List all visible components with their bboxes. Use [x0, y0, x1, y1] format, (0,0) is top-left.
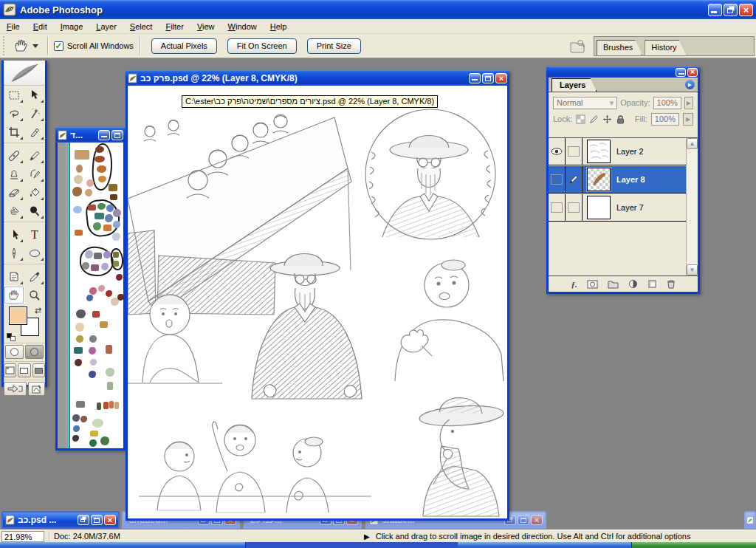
menu-layer[interactable]: Layer: [89, 21, 123, 32]
scroll-up-button[interactable]: ▲: [687, 138, 698, 149]
lock-transparency-icon[interactable]: [576, 114, 585, 124]
imageready-icon-button[interactable]: [28, 382, 45, 396]
swatch-doc-minimize-button[interactable]: [98, 130, 110, 140]
layer-thumbnail[interactable]: [587, 168, 611, 191]
close-button[interactable]: ×: [531, 515, 543, 525]
path-selection-tool[interactable]: [4, 225, 24, 244]
jump-to-imageready-button[interactable]: [4, 382, 27, 396]
paint-bucket-tool[interactable]: [24, 183, 45, 202]
lock-all-icon[interactable]: [616, 114, 625, 124]
opacity-field[interactable]: 100%: [653, 97, 681, 109]
status-menu-arrow-icon[interactable]: ▶: [364, 532, 370, 541]
layer-thumbnail[interactable]: [587, 196, 611, 219]
layers-minimize-button[interactable]: [676, 68, 686, 77]
healing-brush-tool[interactable]: [4, 146, 24, 165]
windows-taskbar-sliver[interactable]: [0, 542, 756, 548]
fill-arrow[interactable]: ▶: [683, 113, 693, 126]
taskbar-segment[interactable]: [458, 542, 632, 548]
menu-select[interactable]: Select: [123, 21, 159, 32]
lock-pixels-icon[interactable]: [589, 114, 599, 124]
file-browser-button[interactable]: [568, 38, 588, 55]
layers-close-button[interactable]: ×: [687, 68, 698, 77]
taskbar-doc-partial[interactable]: [744, 511, 756, 529]
adjustment-layer-button[interactable]: [628, 279, 638, 289]
scroll-all-windows-checkbox[interactable]: ✓ Scroll All Windows: [54, 41, 134, 51]
menu-help[interactable]: Help: [264, 21, 294, 32]
menu-file[interactable]: File: [0, 21, 27, 32]
app-minimize-button[interactable]: [708, 4, 722, 16]
delete-layer-button[interactable]: [667, 279, 676, 289]
slice-tool[interactable]: [24, 123, 45, 141]
palette-menu-button[interactable]: ▶: [685, 80, 695, 89]
move-tool[interactable]: [24, 86, 45, 104]
layers-scrollbar[interactable]: ▲ ▼: [686, 138, 698, 275]
fullscreen-button[interactable]: [32, 363, 45, 377]
dodge-tool[interactable]: [24, 202, 45, 220]
link-toggle[interactable]: [566, 138, 583, 165]
layers-palette-titlebar[interactable]: ×: [546, 66, 700, 78]
pen-tool[interactable]: [4, 244, 24, 262]
visibility-toggle[interactable]: [549, 194, 566, 222]
hand-tool[interactable]: [4, 286, 24, 304]
doc-minimize-button[interactable]: [469, 73, 481, 83]
shape-ellipse-tool[interactable]: [24, 244, 45, 262]
swatch-document-window[interactable]: ד...: [55, 127, 126, 451]
brush-tool[interactable]: [24, 146, 45, 165]
swatch-doc-maximize-button[interactable]: [111, 130, 123, 140]
print-size-button[interactable]: Print Size: [307, 38, 361, 54]
link-toggle[interactable]: [566, 194, 583, 222]
menu-view[interactable]: View: [190, 21, 221, 32]
layer-row-layer7[interactable]: Layer 7: [549, 194, 686, 222]
fill-field[interactable]: 100%: [651, 113, 679, 126]
tab-layers[interactable]: Layers: [551, 78, 597, 92]
visibility-toggle[interactable]: [549, 166, 566, 193]
document-titlebar[interactable]: פרק כב.psd @ 22% (Layer 8, CMYK/8) ×: [126, 70, 509, 86]
fit-on-screen-button[interactable]: Fit On Screen: [227, 38, 297, 54]
zoom-tool[interactable]: [24, 286, 45, 304]
menu-edit[interactable]: Edit: [27, 21, 54, 32]
visibility-toggle[interactable]: [549, 138, 566, 165]
standard-screen-button[interactable]: [4, 363, 16, 377]
layer-style-button[interactable]: ƒ.: [571, 280, 577, 289]
quick-mask-mode-button[interactable]: [25, 345, 44, 359]
restore-button[interactable]: [78, 515, 89, 525]
foreground-color-swatch[interactable]: [9, 306, 27, 325]
layer-row-layer8[interactable]: Layer 8: [549, 166, 686, 193]
menu-image[interactable]: Image: [54, 21, 90, 32]
doc-maximize-button[interactable]: [482, 73, 494, 83]
document-window[interactable]: פרק כב.psd @ 22% (Layer 8, CMYK/8) × C:\…: [126, 70, 509, 521]
crop-tool[interactable]: [4, 123, 24, 141]
taskbar-segment-green[interactable]: [632, 542, 756, 548]
swatch-doc-titlebar[interactable]: ד...: [55, 127, 126, 143]
document-canvas[interactable]: C:\ester\ציורים מספרים\שמיטה\פרק כב.psd …: [128, 86, 507, 518]
active-tool-dropdown[interactable]: [10, 38, 41, 53]
layer-row-layer2[interactable]: Layer 2: [549, 138, 686, 165]
taskbar-segment[interactable]: [0, 542, 246, 548]
lock-position-icon[interactable]: [602, 114, 612, 124]
eyedropper-tool[interactable]: [24, 267, 45, 286]
blend-mode-select[interactable]: Normal▾: [553, 97, 617, 109]
history-brush-tool[interactable]: [24, 165, 45, 183]
clone-stamp-tool[interactable]: [4, 165, 24, 183]
app-close-button[interactable]: ×: [739, 4, 753, 16]
tab-brushes[interactable]: Brushes: [597, 40, 642, 55]
type-tool[interactable]: T: [24, 225, 45, 244]
doc-close-button[interactable]: ×: [495, 73, 507, 83]
toolbox-header[interactable]: [4, 61, 45, 86]
notes-tool[interactable]: [4, 267, 24, 286]
app-restore-button[interactable]: [724, 4, 738, 16]
default-colors-icon[interactable]: [7, 333, 16, 341]
new-group-button[interactable]: [608, 280, 619, 289]
taskbar-doc-active[interactable]: כב.psd ... ×: [1, 511, 120, 529]
scroll-down-button[interactable]: ▼: [687, 264, 698, 275]
eraser-tool[interactable]: [4, 183, 24, 202]
new-layer-button[interactable]: [647, 279, 657, 289]
smudge-tool[interactable]: [4, 202, 24, 220]
standard-mode-button[interactable]: [5, 345, 24, 359]
paint-indicator[interactable]: [566, 166, 583, 193]
close-button[interactable]: ×: [104, 515, 116, 525]
lasso-tool[interactable]: [4, 104, 24, 123]
maximize-button[interactable]: [518, 515, 529, 525]
layers-palette[interactable]: × Layers ▶ Normal▾ Opacity: 100% ▶ Lock:…: [546, 66, 700, 294]
maximize-button[interactable]: [91, 515, 103, 525]
